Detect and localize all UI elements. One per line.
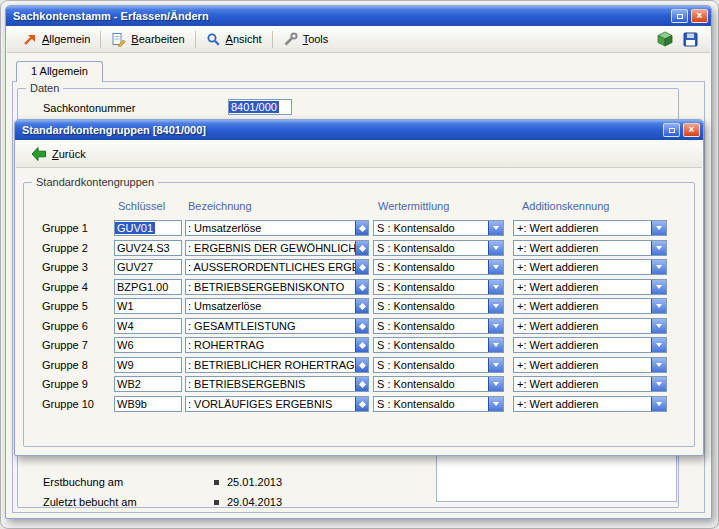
dropdown-button[interactable] (488, 358, 503, 372)
bezeichnung-field[interactable]: : BETRIEBLICHER ROHERTRAG (185, 357, 369, 373)
chevron-down-icon (493, 285, 499, 289)
dropdown-button[interactable] (488, 377, 503, 391)
dropdown-button[interactable] (651, 358, 666, 372)
dropdown-button[interactable] (651, 319, 666, 333)
group-row-label: Gruppe 9 (42, 378, 88, 390)
group-rows: Gruppe 1 GUV01 : Umsatzerlöse S : Konten… (24, 219, 694, 446)
menu-item-label: Allgemein (42, 33, 90, 45)
lookup-spinner-button[interactable] (355, 259, 369, 275)
cube-icon[interactable] (657, 31, 673, 47)
bezeichnung-field[interactable]: : Umsatzerlöse (185, 220, 369, 236)
dropdown-button[interactable] (488, 260, 503, 274)
schluessel-field[interactable]: W1 (114, 298, 182, 314)
close-icon: × (689, 125, 695, 135)
additionskennung-select[interactable]: +: Wert addieren (513, 376, 667, 392)
menu-item-label: Tools (303, 33, 329, 45)
lookup-spinner-button[interactable] (355, 279, 369, 295)
group-row-label: Gruppe 2 (42, 242, 88, 254)
dropdown-button[interactable] (488, 397, 503, 411)
additionskennung-select[interactable]: +: Wert addieren (513, 298, 667, 314)
schluessel-field[interactable]: W6 (114, 337, 182, 353)
bezeichnung-field[interactable]: : ROHERTRAG (185, 337, 369, 353)
bezeichnung-field[interactable]: : AUSSERORDENTLICHES ERGEBNIS (185, 259, 369, 275)
wertermittlung-select[interactable]: S : Kontensaldo (373, 396, 504, 412)
dropdown-button[interactable] (651, 280, 666, 294)
wertermittlung-select[interactable]: S : Kontensaldo (373, 279, 504, 295)
schluessel-field[interactable]: BZPG1.00 (114, 279, 182, 295)
lookup-spinner-button[interactable] (355, 318, 369, 334)
sachkontonummer-value: 8401/000 (229, 101, 279, 113)
lookup-spinner-button[interactable] (355, 337, 369, 353)
dropdown-button[interactable] (651, 377, 666, 391)
bezeichnung-field[interactable]: : ERGEBNIS DER GEWÖHNLICHEN GES (185, 240, 369, 256)
modal-titlebar[interactable]: Standardkontengruppen [8401/000] × (15, 120, 703, 140)
schluessel-field[interactable]: GUV01 (114, 220, 182, 236)
bezeichnung-field[interactable]: : GESAMTLEISTUNG (185, 318, 369, 334)
save-icon[interactable] (683, 32, 698, 47)
additionskennung-select[interactable]: +: Wert addieren (513, 337, 667, 353)
menu-item-tools[interactable]: Tools (276, 29, 336, 50)
menu-item-ansicht[interactable]: Ansicht (199, 29, 269, 50)
schluessel-field[interactable]: GUV27 (114, 259, 182, 275)
table-row: Gruppe 10 WB9b : VORLÄUFIGES ERGEBNIS S … (24, 395, 694, 414)
back-arrow-icon (31, 146, 47, 162)
main-titlebar[interactable]: Sachkontenstamm - Erfassen/Ändern × (6, 6, 711, 26)
lookup-spinner-button[interactable] (355, 357, 369, 373)
additionskennung-select[interactable]: +: Wert addieren (513, 259, 667, 275)
dropdown-button[interactable] (651, 221, 666, 235)
dropdown-button[interactable] (651, 338, 666, 352)
lookup-spinner-button[interactable] (355, 240, 369, 256)
dropdown-button[interactable] (488, 241, 503, 255)
minimize-button[interactable] (671, 9, 688, 23)
minimize-button[interactable] (663, 123, 680, 137)
schluessel-field[interactable]: GUV24.S3 (114, 240, 182, 256)
schluessel-field[interactable]: WB2 (114, 376, 182, 392)
dropdown-button[interactable] (488, 338, 503, 352)
dropdown-button[interactable] (488, 319, 503, 333)
wertermittlung-select[interactable]: S : Kontensaldo (373, 298, 504, 314)
schluessel-field[interactable]: WB9b (114, 396, 182, 412)
wertermittlung-select[interactable]: S : Kontensaldo (373, 220, 504, 236)
wertermittlung-select[interactable]: S : Kontensaldo (373, 240, 504, 256)
additionskennung-select[interactable]: +: Wert addieren (513, 240, 667, 256)
dropdown-button[interactable] (488, 221, 503, 235)
additionskennung-select[interactable]: +: Wert addieren (513, 220, 667, 236)
additionskennung-select[interactable]: +: Wert addieren (513, 357, 667, 373)
menu-item-bearbeiten[interactable]: Bearbeiten (104, 29, 191, 50)
wertermittlung-select[interactable]: S : Kontensaldo (373, 337, 504, 353)
menu-item-allgemein[interactable]: Allgemein (15, 29, 97, 50)
dropdown-button[interactable] (651, 299, 666, 313)
modal-toolbar: Zurück (16, 140, 702, 168)
wertermittlung-select[interactable]: S : Kontensaldo (373, 357, 504, 373)
tab-allgemein[interactable]: 1 Allgemein (16, 61, 103, 82)
additionskennung-select[interactable]: +: Wert addieren (513, 279, 667, 295)
schluessel-field[interactable]: W4 (114, 318, 182, 334)
wertermittlung-select[interactable]: S : Kontensaldo (373, 259, 504, 275)
wertermittlung-select[interactable]: S : Kontensaldo (373, 318, 504, 334)
bezeichnung-field[interactable]: : BETRIEBSERGEBNIS (185, 376, 369, 392)
dropdown-button[interactable] (488, 280, 503, 294)
close-button[interactable]: × (691, 9, 708, 23)
additionskennung-select[interactable]: +: Wert addieren (513, 396, 667, 412)
chevron-down-icon (493, 246, 499, 250)
lookup-spinner-button[interactable] (355, 396, 369, 412)
chevron-down-icon (656, 246, 662, 250)
bezeichnung-field[interactable]: : Umsatzerlöse (185, 298, 369, 314)
bezeichnung-field[interactable]: : BETRIEBSERGEBNISKONTO (185, 279, 369, 295)
back-button[interactable]: Zurück (24, 143, 93, 165)
bezeichnung-field[interactable]: : VORLÄUFIGES ERGEBNIS (185, 396, 369, 412)
additionskennung-select[interactable]: +: Wert addieren (513, 318, 667, 334)
dropdown-button[interactable] (651, 260, 666, 274)
dropdown-button[interactable] (488, 299, 503, 313)
lookup-spinner-button[interactable] (355, 220, 369, 236)
dropdown-button[interactable] (651, 397, 666, 411)
zuletzt-bebucht-value: 29.04.2013 (227, 496, 282, 508)
wertermittlung-select[interactable]: S : Kontensaldo (373, 376, 504, 392)
dropdown-button[interactable] (651, 241, 666, 255)
diamond-icon (358, 283, 365, 290)
close-button[interactable]: × (683, 123, 700, 137)
lookup-spinner-button[interactable] (355, 298, 369, 314)
lookup-spinner-button[interactable] (355, 376, 369, 392)
sachkontonummer-input[interactable]: 8401/000 (228, 99, 292, 115)
schluessel-field[interactable]: W9 (114, 357, 182, 373)
